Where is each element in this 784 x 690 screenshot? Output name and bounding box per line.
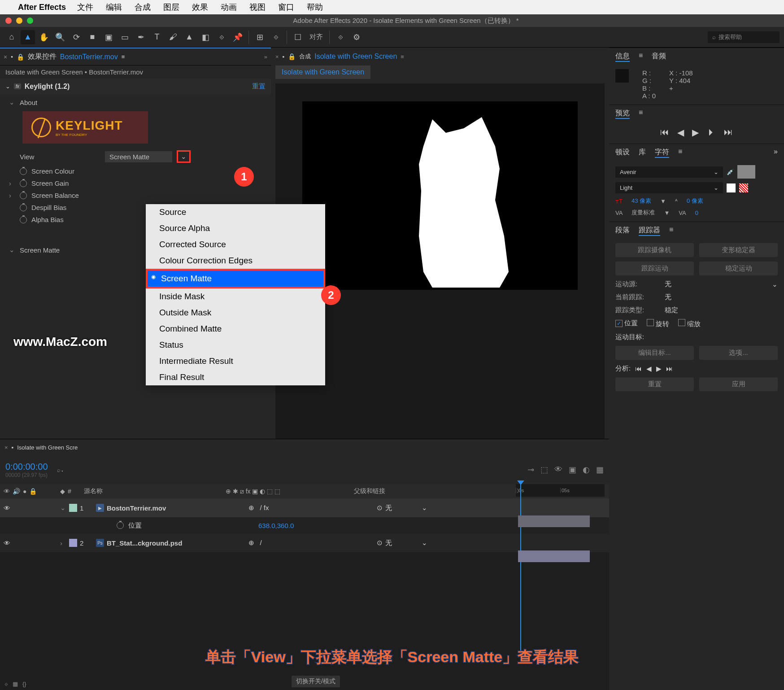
twirl-icon[interactable]: ⌄ (60, 504, 66, 512)
home-icon[interactable]: ⌂ (4, 30, 19, 44)
expand-icon[interactable]: » (264, 53, 267, 60)
shy-icon[interactable]: 👁 (554, 465, 562, 475)
rectangle-tool-icon[interactable]: ▭ (118, 30, 132, 44)
layer-name[interactable]: BostonTerrier.mov (107, 504, 246, 512)
tab-info[interactable]: 信息 (615, 52, 630, 61)
dropdown-item-colour-correction[interactable]: Colour Correction Edges (146, 253, 325, 269)
panel-menu-icon[interactable]: ≡ (122, 53, 125, 60)
twirl-icon[interactable]: › (60, 539, 66, 547)
next-frame-icon[interactable]: ⏵ (707, 127, 716, 138)
tab-tracker[interactable]: 跟踪器 (639, 226, 660, 235)
motion-blur-icon[interactable]: ◐ (583, 465, 590, 475)
menu-layer[interactable]: 图层 (163, 2, 179, 13)
warp-stabilizer-button[interactable]: 变形稳定器 (699, 243, 778, 257)
dropdown-item-intermediate[interactable]: Intermediate Result (146, 353, 325, 369)
screen-colour-row[interactable]: Screen Colour (9, 165, 262, 177)
menu-view[interactable]: 视图 (249, 2, 266, 13)
layer-row-1[interactable]: 👁 ⌄ 1 ▶ BostonTerrier.mov ⊕ / fx ⊙ 无 ⌄ (0, 498, 609, 517)
edit-target-button[interactable]: 编辑目标... (615, 346, 694, 360)
lock-icon[interactable]: 🔒 (17, 53, 24, 61)
lock-icon[interactable]: 🔒 (288, 53, 296, 60)
panel-menu-icon[interactable]: ≡ (639, 109, 643, 118)
render-icon[interactable]: ▦ (13, 681, 18, 687)
close-tab-icon[interactable]: × (4, 444, 8, 451)
clone-stamp-icon[interactable]: ▲ (182, 30, 196, 44)
link-icon[interactable]: ⟐ (4, 681, 8, 687)
audio-icon[interactable]: 🔊 (13, 488, 20, 495)
parent-select[interactable]: 无 (385, 504, 392, 512)
tab-file-link[interactable]: BostonTerrier.mov (60, 53, 118, 61)
layer-1-bar[interactable] (518, 515, 590, 527)
prev-frame-icon[interactable]: ◀ (677, 127, 684, 138)
source-name-col[interactable]: 源名称 (84, 487, 223, 495)
layer-switches[interactable]: ⊕ / fx (248, 504, 374, 512)
pan-behind-icon[interactable]: ▣ (101, 30, 116, 44)
dropdown-item-combined-matte[interactable]: Combined Matte (146, 321, 325, 337)
hand-tool-icon[interactable]: ✋ (37, 30, 51, 44)
auto-icon[interactable]: ⟐ (333, 30, 348, 44)
menu-window[interactable]: 窗口 (278, 2, 294, 13)
layer-name[interactable]: BT_Stat...ckground.psd (107, 539, 246, 547)
eraser-tool-icon[interactable]: ◧ (198, 30, 213, 44)
panel-menu-icon[interactable]: ≡ (678, 148, 682, 157)
options-button[interactable]: 选项... (699, 346, 778, 360)
last-frame-icon[interactable]: ⏭ (724, 127, 733, 138)
close-window-icon[interactable] (5, 17, 12, 24)
position-checkbox[interactable]: 位置 (615, 319, 638, 328)
brush-tool-icon[interactable]: 🖌 (166, 30, 180, 44)
stopwatch-icon[interactable] (117, 522, 124, 529)
panel-menu-icon[interactable]: ≡ (669, 226, 673, 235)
fill-color-swatch[interactable] (737, 165, 755, 179)
analyze-back-all-icon[interactable]: ⏮ (635, 365, 642, 372)
tab-character[interactable]: 字符 (655, 148, 669, 157)
zoom-tool-icon[interactable]: 🔍 (53, 30, 67, 44)
tab-presets[interactable]: 顿设 (615, 148, 630, 157)
twirl-icon[interactable]: › (9, 179, 15, 187)
dropdown-item-corrected-source[interactable]: Corrected Source (146, 236, 325, 253)
lock-icon[interactable]: 🔒 (29, 488, 37, 495)
reset-link[interactable]: 重置 (252, 82, 266, 91)
menu-effect[interactable]: 效果 (192, 2, 208, 13)
solo-icon[interactable]: ● (23, 488, 26, 495)
roto-brush-icon[interactable]: ⟐ (214, 30, 229, 44)
track-camera-button[interactable]: 跟踪摄像机 (615, 243, 694, 257)
layer-row-2[interactable]: 👁 › 2 Ps BT_Stat...ckground.psd ⊕ / ⊙ 无 … (0, 533, 609, 552)
draft3d-icon[interactable]: ⬚ (540, 465, 548, 475)
panel-menu-icon[interactable]: ≡ (401, 53, 404, 60)
snap-icon[interactable]: ☐ (291, 30, 305, 44)
minimize-window-icon[interactable] (16, 17, 22, 24)
analyze-fwd-icon[interactable]: ▶ (656, 365, 662, 373)
menu-file[interactable]: 文件 (77, 2, 93, 13)
pickwhip-icon[interactable]: ⊙ (377, 539, 383, 547)
stopwatch-icon[interactable] (20, 192, 27, 199)
tab-preview[interactable]: 预览 (615, 109, 630, 118)
stroke-swatch-icon[interactable] (727, 183, 736, 192)
close-tab-icon[interactable]: × (275, 53, 279, 60)
tab-paragraph[interactable]: 段落 (615, 226, 630, 235)
motion-source-select[interactable]: 无 (665, 280, 671, 288)
dropdown-item-final-result[interactable]: Final Result (146, 369, 325, 385)
track-type-value[interactable]: 稳定 (665, 306, 678, 314)
eyedropper-icon[interactable]: 💉 (727, 169, 734, 175)
pen-tool-icon[interactable]: ✒ (134, 30, 148, 44)
dropdown-item-outside-mask[interactable]: Outside Mask (146, 305, 325, 321)
fx-badge-icon[interactable]: fx (14, 83, 21, 89)
font-weight-select[interactable]: Light⌄ (615, 182, 723, 193)
twirl-icon[interactable]: ⌄ (9, 246, 15, 254)
comp-flowchart-icon[interactable]: ⊸ (527, 465, 534, 475)
leading-value[interactable]: 0 像素 (687, 197, 703, 205)
dropdown-item-source-alpha[interactable]: Source Alpha (146, 220, 325, 236)
puppet-pin-icon[interactable]: 📌 (231, 30, 245, 44)
brackets-icon[interactable]: {} (22, 681, 26, 687)
menubar-app-name[interactable]: After Effects (18, 3, 66, 12)
layer-switches[interactable]: ⊕ / (248, 539, 374, 547)
chevron-down-icon[interactable]: ⌄ (422, 539, 427, 547)
menu-edit[interactable]: 编辑 (106, 2, 122, 13)
close-tab-icon[interactable]: × (4, 53, 7, 61)
playhead[interactable] (520, 483, 521, 663)
visibility-icon[interactable]: 👁 (4, 539, 10, 547)
twirl-icon[interactable]: › (9, 192, 15, 199)
stopwatch-icon[interactable] (20, 204, 27, 211)
font-family-select[interactable]: Avenir⌄ (615, 166, 723, 178)
screen-gain-row[interactable]: ›Screen Gain (9, 177, 262, 189)
